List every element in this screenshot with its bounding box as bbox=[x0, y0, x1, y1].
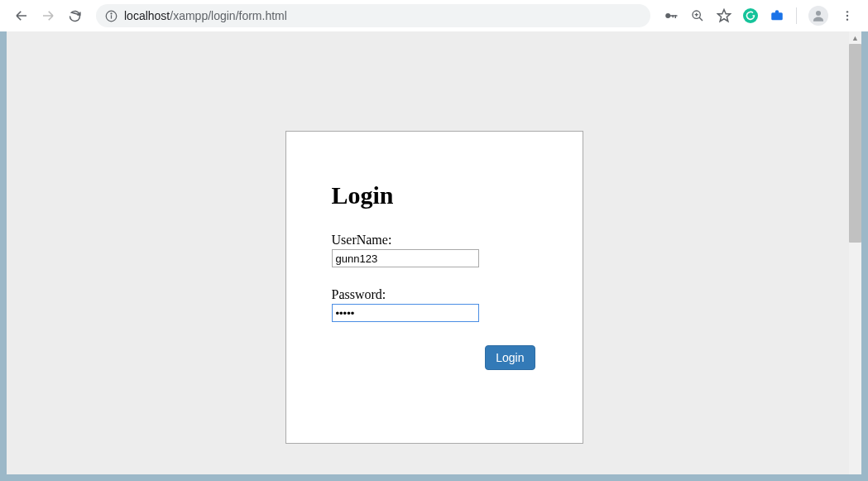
username-input[interactable] bbox=[332, 249, 479, 267]
browser-toolbar: localhost/xampp/login/form.html bbox=[0, 0, 868, 31]
bookmark-star-icon[interactable] bbox=[717, 8, 731, 23]
back-button[interactable] bbox=[13, 7, 30, 24]
username-field: UserName: bbox=[332, 233, 537, 267]
toolbar-divider bbox=[796, 7, 797, 24]
scrollbar-thumb[interactable] bbox=[849, 44, 861, 243]
page-viewport: Login UserName: Password: Login ▲ bbox=[7, 31, 861, 474]
svg-rect-6 bbox=[673, 15, 674, 17]
svg-point-14 bbox=[816, 11, 821, 16]
login-form-card: Login UserName: Password: Login bbox=[285, 131, 583, 444]
svg-point-17 bbox=[846, 18, 848, 20]
login-heading: Login bbox=[332, 181, 537, 209]
svg-marker-11 bbox=[718, 10, 731, 22]
svg-rect-5 bbox=[675, 15, 677, 18]
svg-point-15 bbox=[846, 11, 848, 12]
svg-line-8 bbox=[699, 17, 703, 21]
scroll-up-button[interactable]: ▲ bbox=[849, 31, 861, 44]
login-submit-button[interactable]: Login bbox=[485, 345, 535, 370]
svg-point-16 bbox=[846, 15, 848, 17]
extension-icon[interactable] bbox=[770, 8, 784, 23]
profile-avatar[interactable] bbox=[808, 6, 828, 26]
url-text: localhost/xampp/login/form.html bbox=[124, 9, 287, 22]
vertical-scrollbar[interactable]: ▲ bbox=[849, 31, 861, 474]
address-bar[interactable]: localhost/xampp/login/form.html bbox=[96, 4, 650, 27]
menu-kebab-icon[interactable] bbox=[840, 8, 855, 23]
zoom-icon[interactable] bbox=[690, 8, 705, 23]
password-input[interactable] bbox=[332, 304, 479, 322]
svg-point-3 bbox=[665, 13, 670, 18]
username-label: UserName: bbox=[332, 233, 537, 248]
svg-point-2 bbox=[111, 12, 112, 13]
password-label: Password: bbox=[332, 287, 537, 302]
forward-button[interactable] bbox=[40, 7, 56, 24]
password-field: Password: bbox=[332, 287, 537, 322]
grammarly-extension-icon[interactable] bbox=[743, 8, 758, 23]
password-key-icon[interactable] bbox=[664, 8, 679, 23]
svg-point-13 bbox=[775, 10, 779, 14]
site-info-icon[interactable] bbox=[104, 9, 117, 22]
reload-button[interactable] bbox=[66, 7, 83, 24]
